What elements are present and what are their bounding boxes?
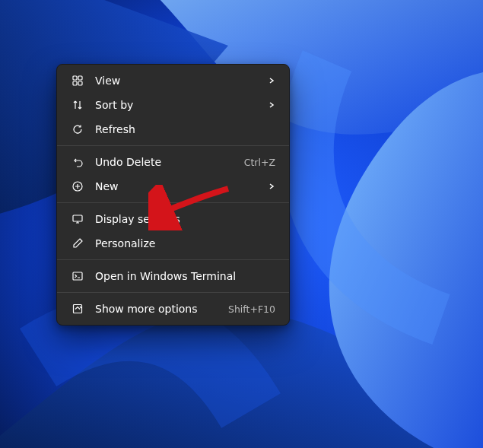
chevron-right-icon xyxy=(268,77,275,84)
more-icon xyxy=(71,302,84,316)
svg-rect-2 xyxy=(78,76,82,80)
menu-item-label: View xyxy=(95,75,262,87)
menu-separator xyxy=(57,202,289,203)
menu-item-accelerator: Shift+F10 xyxy=(228,303,275,315)
menu-item-label: Undo Delete xyxy=(95,156,238,168)
menu-item-label: Open in Windows Terminal xyxy=(95,270,275,282)
menu-item-label: Refresh xyxy=(95,123,275,135)
undo-icon xyxy=(71,155,84,169)
chevron-right-icon xyxy=(268,101,275,109)
sort-icon xyxy=(71,98,84,112)
menu-item-terminal[interactable]: Open in Windows Terminal xyxy=(60,264,286,288)
svg-rect-8 xyxy=(74,305,82,313)
menu-item-undo[interactable]: Undo DeleteCtrl+Z xyxy=(60,150,286,174)
menu-item-label: Display settings xyxy=(95,213,275,225)
menu-item-label: Personalize xyxy=(95,237,275,249)
menu-item-sort[interactable]: Sort by xyxy=(60,93,286,117)
desktop-context-menu: ViewSort byRefreshUndo DeleteCtrl+ZNewDi… xyxy=(56,64,290,326)
menu-item-accelerator: Ctrl+Z xyxy=(244,157,275,168)
svg-rect-4 xyxy=(78,81,82,85)
menu-separator xyxy=(57,292,289,293)
svg-rect-7 xyxy=(73,272,82,280)
menu-separator xyxy=(57,259,289,260)
display-icon xyxy=(71,212,84,226)
menu-item-label: New xyxy=(95,180,262,192)
new-icon xyxy=(71,180,84,193)
menu-item-personalize[interactable]: Personalize xyxy=(60,231,286,256)
svg-rect-1 xyxy=(73,76,77,80)
terminal-icon xyxy=(71,269,84,283)
menu-item-display[interactable]: Display settings xyxy=(60,207,286,231)
menu-item-view[interactable]: View xyxy=(60,68,286,93)
chevron-right-icon xyxy=(268,183,275,190)
menu-item-more[interactable]: Show more optionsShift+F10 xyxy=(60,297,286,321)
menu-item-refresh[interactable]: Refresh xyxy=(60,117,286,141)
menu-item-label: Show more options xyxy=(95,303,222,315)
menu-item-label: Sort by xyxy=(95,99,262,111)
menu-separator xyxy=(57,145,289,146)
refresh-icon xyxy=(71,122,84,136)
svg-rect-6 xyxy=(73,215,82,221)
view-icon xyxy=(71,74,84,87)
svg-rect-3 xyxy=(73,81,77,85)
menu-item-new[interactable]: New xyxy=(60,174,286,199)
personalize-icon xyxy=(71,237,84,250)
